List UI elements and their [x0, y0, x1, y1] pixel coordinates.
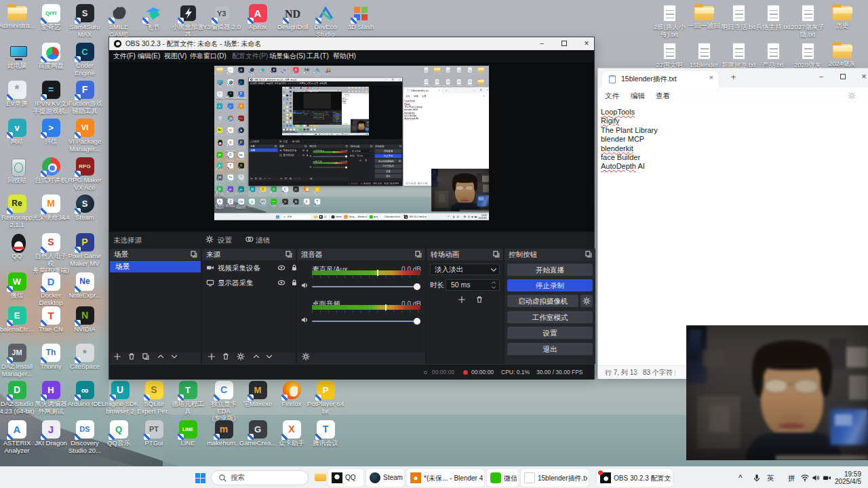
svg-text:ND: ND [285, 8, 300, 20]
svg-text:ND: ND [311, 87, 313, 88]
svg-text:Y3: Y3 [217, 9, 226, 18]
svg-text:Y3: Y3 [283, 69, 285, 72]
svg-text:ND: ND [304, 68, 310, 72]
